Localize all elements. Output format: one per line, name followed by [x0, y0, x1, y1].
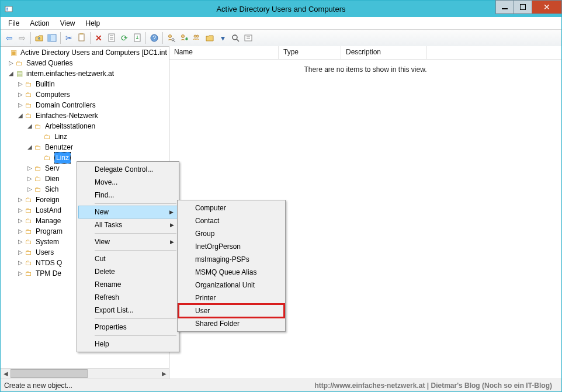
tree-root[interactable]: Active Directory Users and Computers [DC… [20, 47, 167, 58]
column-type[interactable]: Type [279, 46, 341, 59]
refresh-icon[interactable]: ⟳ [118, 32, 131, 44]
expander-icon[interactable]: ▷ [17, 100, 24, 110]
show-hide-tree-icon[interactable] [46, 32, 58, 44]
new-msimaging-psps[interactable]: msImaging-PSPs [179, 253, 284, 266]
menu-file[interactable]: File [3, 18, 25, 29]
expander-icon[interactable]: ◢ [17, 110, 24, 121]
nav-back-icon[interactable]: ⇦ [3, 32, 16, 44]
menu-separator [95, 250, 176, 251]
ctx-help[interactable]: Help [78, 338, 178, 351]
expander-icon[interactable]: ▷ [26, 184, 33, 195]
ctx-delete[interactable]: Delete [78, 265, 178, 278]
menu-help[interactable]: Help [81, 18, 106, 29]
up-folder-icon[interactable] [33, 32, 46, 44]
expander-icon[interactable]: ▷ [17, 216, 24, 226]
expander-icon[interactable]: ▷ [17, 205, 24, 216]
tree-builtin[interactable]: Builtin [36, 79, 55, 89]
copy-icon[interactable] [75, 32, 88, 44]
tree-managed[interactable]: Manage [36, 216, 61, 226]
minimize-button[interactable] [495, 0, 514, 14]
nav-forward-icon[interactable]: ⇨ [16, 32, 29, 44]
filter-icon[interactable]: ▾ [216, 32, 229, 44]
ctx-export-list[interactable]: Export List... [78, 304, 178, 317]
new-computer[interactable]: Computer [179, 202, 284, 214]
ctx-view[interactable]: View▶ [78, 235, 178, 248]
query-icon[interactable] [242, 32, 255, 44]
tree-arbeitsstationen-linz[interactable]: Linz [54, 131, 67, 142]
help-icon[interactable]: ? [148, 32, 161, 44]
tree-computers[interactable]: Computers [36, 89, 70, 100]
expander-icon[interactable]: ▷ [17, 268, 24, 279]
tree-lostandfound[interactable]: LostAnd [36, 205, 61, 216]
new-contact[interactable]: Contact [179, 214, 284, 227]
column-name[interactable]: Name [169, 46, 279, 59]
new-user[interactable]: User [179, 304, 284, 317]
tree-saved-queries[interactable]: Saved Queries [26, 58, 72, 68]
ctx-new[interactable]: New▶ [78, 206, 178, 218]
expander-icon[interactable]: ▷ [17, 195, 24, 205]
search-icon[interactable] [229, 32, 242, 44]
ctx-cut[interactable]: Cut [78, 252, 178, 265]
expander-icon[interactable]: ◢ [8, 68, 15, 79]
maximize-button[interactable] [514, 0, 532, 14]
tree-tpm[interactable]: TPM De [36, 268, 61, 279]
expander-icon[interactable]: ▷ [17, 89, 24, 100]
cut-icon[interactable]: ✂ [63, 32, 75, 44]
tree-foreign[interactable]: Foreign [36, 195, 60, 205]
ctx-move[interactable]: Move... [78, 176, 178, 189]
close-button[interactable]: ✕ [532, 0, 562, 14]
scroll-right-icon[interactable]: ▶ [159, 369, 169, 379]
add-group-icon[interactable] [190, 32, 203, 44]
new-ou-icon[interactable] [203, 32, 216, 44]
ctx-refresh[interactable]: Refresh [78, 291, 178, 304]
menu-separator [95, 318, 176, 319]
ctx-properties[interactable]: Properties [78, 321, 178, 334]
ctx-all-tasks[interactable]: All Tasks▶ [78, 218, 178, 231]
new-msmq-queue-alias[interactable]: MSMQ Queue Alias [179, 266, 284, 279]
add-user-icon[interactable] [178, 32, 190, 44]
expander-icon[interactable]: ▷ [17, 79, 24, 89]
tree-domain-controllers[interactable]: Domain Controllers [36, 100, 96, 110]
expander-icon[interactable]: ◢ [26, 142, 33, 152]
tree-einfaches-netzwerk[interactable]: Einfaches-Netzwerk [36, 110, 98, 121]
tree-benutzer[interactable]: Benutzer [45, 142, 73, 152]
tree-domain[interactable]: intern.einfaches-netzwerk.at [26, 68, 114, 79]
scrollbar-thumb[interactable] [11, 369, 88, 378]
tree-program[interactable]: Program [36, 226, 63, 237]
expander-icon[interactable]: ▷ [17, 247, 24, 258]
tree-dienste[interactable]: Dien [45, 174, 60, 184]
expander-icon[interactable]: ▷ [8, 58, 15, 68]
tree-h-scrollbar[interactable]: ◀ ▶ [1, 368, 169, 379]
svg-line-18 [174, 41, 175, 42]
tree-arbeitsstationen[interactable]: Arbeitsstationen [45, 121, 95, 131]
new-shared-folder[interactable]: Shared Folder [179, 317, 284, 330]
properties-icon[interactable] [105, 32, 118, 44]
expander-icon[interactable]: ▷ [17, 237, 24, 247]
tree-benutzer-linz[interactable]: Linz [54, 152, 71, 164]
export-list-icon[interactable] [131, 32, 144, 44]
expander-icon[interactable]: ◢ [26, 121, 33, 131]
menu-action[interactable]: Action [25, 18, 54, 29]
scroll-left-icon[interactable]: ◀ [1, 369, 11, 379]
new-group[interactable]: Group [179, 227, 284, 240]
tree-server[interactable]: Serv [45, 163, 60, 174]
expander-icon[interactable]: ▷ [17, 226, 24, 237]
find-user-icon[interactable] [165, 32, 178, 44]
expander-icon[interactable]: ▷ [26, 174, 33, 184]
delete-icon[interactable]: ✕ [92, 32, 105, 44]
new-inetorgperson[interactable]: InetOrgPerson [179, 240, 284, 253]
tree-sicherheit[interactable]: Sich [45, 184, 58, 195]
ou-icon: 🗀 [43, 153, 52, 162]
expander-icon[interactable]: ▷ [26, 163, 33, 174]
expander-icon[interactable]: ▷ [17, 258, 24, 268]
column-description[interactable]: Description [341, 46, 427, 59]
tree-system[interactable]: System [36, 237, 59, 247]
menu-view[interactable]: View [55, 18, 81, 29]
new-printer[interactable]: Printer [179, 292, 284, 304]
tree-users[interactable]: Users [36, 247, 54, 258]
new-organizational-unit[interactable]: Organizational Unit [179, 279, 284, 292]
ctx-rename[interactable]: Rename [78, 278, 178, 291]
ctx-delegate-control[interactable]: Delegate Control... [78, 163, 178, 176]
ctx-find[interactable]: Find... [78, 189, 178, 202]
tree-ntds[interactable]: NTDS Q [36, 258, 62, 268]
